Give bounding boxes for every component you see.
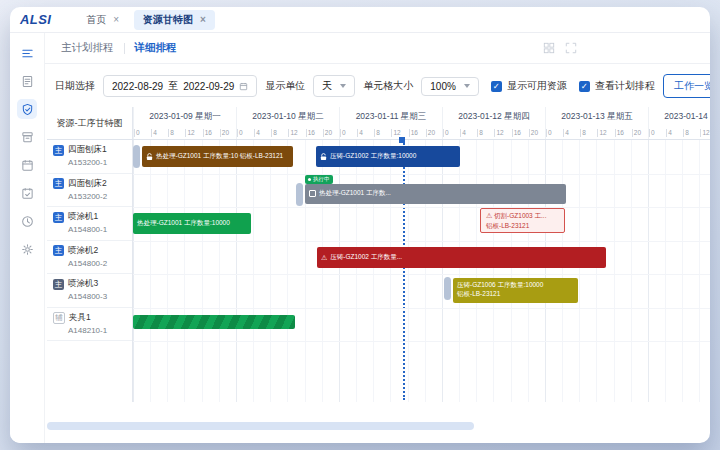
check-icon: ✓ bbox=[579, 81, 590, 92]
sidebar-nav bbox=[10, 33, 45, 443]
horizontal-scrollbar[interactable] bbox=[47, 422, 474, 430]
task-bar-label: 铝板-LB-23121 bbox=[457, 289, 574, 298]
day-label: 2023-01-09 星期一 bbox=[134, 107, 236, 123]
resource-type-badge: 主 bbox=[53, 279, 64, 290]
hour-tick-label: 0 bbox=[237, 129, 254, 137]
hour-ticks: 048121620 bbox=[237, 123, 339, 137]
settings-icon bbox=[21, 243, 34, 256]
fullscreen-icon[interactable] bbox=[565, 42, 577, 54]
resource-type-badge: 主 bbox=[53, 212, 64, 223]
tab-divider bbox=[124, 43, 125, 54]
sidebar-button-menu[interactable] bbox=[17, 43, 37, 63]
sidebar-button-gantt[interactable] bbox=[17, 99, 37, 119]
date-range-input[interactable]: 2022-08-29 至 2022-09-29 bbox=[103, 75, 257, 97]
tab-detail-schedule[interactable]: 详细排程 bbox=[135, 41, 177, 55]
drag-handle[interactable] bbox=[296, 183, 303, 206]
hour-tick-label: 12 bbox=[597, 129, 614, 137]
resource-row[interactable]: 主喷涂机1A154800-1 bbox=[47, 207, 132, 241]
display-unit-label: 显示单位 bbox=[265, 79, 305, 93]
view-plan-checkbox[interactable]: ✓ 查看计划排程 bbox=[579, 79, 655, 93]
alert-task-box[interactable]: ⚠ 切割-GZ1003 工...铝板-LB-23121 bbox=[480, 208, 565, 233]
alert-line: 铝板-LB-23121 bbox=[486, 221, 559, 231]
chevron-down-icon bbox=[340, 84, 346, 88]
resource-line: 主四面刨床1 bbox=[53, 144, 132, 156]
task-bar[interactable]: 热处理-GZ1001 工序数量:10000 bbox=[133, 213, 251, 234]
resource-row[interactable]: 主喷涂机3A154800-3 bbox=[47, 274, 132, 308]
hour-tick-label: 8 bbox=[683, 129, 700, 137]
resource-row[interactable]: 辅夹具1A148210-1 bbox=[47, 308, 132, 342]
task-bar[interactable]: 压铸-GZ1002 工序数量:10000 bbox=[316, 146, 460, 167]
task-bar[interactable]: 压铸-GZ1006 工序数量:10000铝板-LB-23121 bbox=[453, 278, 578, 303]
tab-home-label: 首页 bbox=[86, 13, 106, 27]
resource-code: A153200-1 bbox=[68, 158, 132, 167]
drag-handle[interactable] bbox=[133, 145, 140, 168]
cell-size-label: 单元格大小 bbox=[363, 79, 413, 93]
date-to-value[interactable]: 2022-09-29 bbox=[183, 81, 234, 92]
resource-type-badge: 主 bbox=[53, 178, 64, 189]
resource-row[interactable]: 主喷涂机2A154800-2 bbox=[47, 241, 132, 275]
tab-home[interactable]: 首页 bbox=[77, 10, 128, 30]
sidebar-button-document[interactable] bbox=[17, 71, 37, 91]
hour-tick-label: 0 bbox=[340, 129, 357, 137]
cell-size-select[interactable]: 100% bbox=[421, 77, 479, 96]
hour-tick-label: 16 bbox=[615, 129, 632, 137]
resource-name: 喷涂机1 bbox=[68, 211, 98, 223]
lock-icon bbox=[146, 153, 153, 161]
hour-tick-label: 20 bbox=[632, 129, 649, 137]
show-available-checkbox[interactable]: ✓ 显示可用资源 bbox=[491, 79, 567, 93]
gantt-corner-label: 资源-工序甘特图 bbox=[47, 107, 133, 139]
date-from-value[interactable]: 2022-08-29 bbox=[112, 81, 163, 92]
hour-tick-label: 0 bbox=[649, 129, 666, 137]
resource-list: 主四面刨床1A153200-1主四面刨床2A153200-2主喷涂机1A1548… bbox=[47, 140, 133, 402]
task-bar-label: 热处理-GZ1001 工序数量:10000 bbox=[137, 219, 230, 228]
work-overview-button[interactable]: 工作一览 bbox=[663, 74, 710, 98]
hour-tick-label: 16 bbox=[306, 129, 323, 137]
display-unit-select[interactable]: 天 bbox=[313, 75, 355, 97]
gantt-chart-area[interactable]: 热处理-GZ1001 工序数量:10 铝板-LB-23121压铸-GZ1002 … bbox=[133, 140, 710, 402]
sidebar-button-calendar[interactable] bbox=[17, 155, 37, 175]
cell-size-value: 100% bbox=[430, 81, 456, 92]
resource-name: 四面刨床2 bbox=[68, 178, 107, 190]
resource-name: 四面刨床1 bbox=[68, 144, 107, 156]
task-bar[interactable]: 热处理-GZ1001 工序数量:10 铝板-LB-23121 bbox=[142, 146, 293, 167]
hour-tick-label: 12 bbox=[185, 129, 202, 137]
task-bar[interactable]: ⚠压铸-GZ1002 工序数量... bbox=[317, 247, 606, 268]
check-icon: ✓ bbox=[491, 81, 502, 92]
hour-tick-label: 16 bbox=[512, 129, 529, 137]
resource-row[interactable]: 主四面刨床1A153200-1 bbox=[47, 140, 132, 174]
date-range-label: 日期选择 bbox=[55, 79, 95, 93]
task-bar[interactable]: 热处理-GZ1001 工序数... bbox=[305, 184, 566, 204]
resource-name: 夹具1 bbox=[69, 312, 91, 324]
resource-code: A154800-1 bbox=[68, 225, 132, 234]
tab-master-plan[interactable]: 主计划排程 bbox=[61, 41, 114, 55]
tab-resource-gantt[interactable]: 资源甘特图 bbox=[134, 10, 215, 30]
calendar-icon bbox=[21, 159, 34, 172]
show-available-label: 显示可用资源 bbox=[507, 79, 567, 93]
layout-grid-icon[interactable] bbox=[543, 42, 555, 54]
hour-tick-label: 12 bbox=[700, 129, 710, 137]
close-icon[interactable] bbox=[113, 15, 119, 25]
hour-tick-label: 20 bbox=[323, 129, 340, 137]
view-plan-label: 查看计划排程 bbox=[595, 79, 655, 93]
desktop-background: ALSI 首页 资源甘特图 bbox=[0, 0, 720, 450]
drag-handle[interactable] bbox=[444, 277, 451, 300]
sidebar-button-clock[interactable] bbox=[17, 211, 37, 231]
hour-tick-label: 8 bbox=[271, 129, 288, 137]
day-label: 2023-01-13 星期五 bbox=[546, 107, 648, 123]
archive-icon bbox=[21, 131, 34, 144]
hour-tick-label: 20 bbox=[220, 129, 237, 137]
view-tab-bar: 主计划排程 详细排程 bbox=[45, 33, 710, 64]
sidebar-button-schedule[interactable] bbox=[17, 183, 37, 203]
sidebar-button-settings[interactable] bbox=[17, 239, 37, 259]
hour-tick-label: 4 bbox=[357, 129, 374, 137]
hour-tick-label: 16 bbox=[203, 129, 220, 137]
resource-row[interactable]: 主四面刨床2A153200-2 bbox=[47, 174, 132, 208]
sidebar-button-archive[interactable] bbox=[17, 127, 37, 147]
resource-line: 主喷涂机1 bbox=[53, 211, 132, 223]
calendar-icon[interactable] bbox=[239, 82, 248, 91]
resource-name: 喷涂机3 bbox=[68, 278, 98, 290]
availability-bar[interactable] bbox=[133, 315, 295, 329]
gantt-header: 资源-工序甘特图 2023-01-09 星期一0481216202023-01-… bbox=[47, 107, 710, 140]
close-icon[interactable] bbox=[200, 15, 206, 25]
shield-icon bbox=[21, 103, 34, 116]
